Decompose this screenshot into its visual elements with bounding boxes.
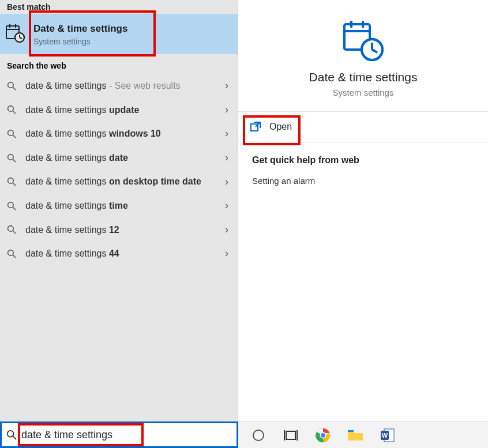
web-result-text: date & time settings time bbox=[25, 199, 217, 212]
search-icon bbox=[6, 81, 17, 91]
web-result-item[interactable]: date & time settings - See web results› bbox=[0, 74, 238, 98]
best-match-title: Date & time settings bbox=[33, 23, 127, 35]
web-result-item[interactable]: date & time settings on desktop time dat… bbox=[0, 170, 238, 194]
best-match-subtitle: System settings bbox=[33, 37, 127, 46]
svg-point-16 bbox=[8, 178, 14, 184]
best-match-header: Best match bbox=[0, 0, 238, 14]
chevron-right-icon: › bbox=[225, 80, 232, 92]
chrome-icon[interactable] bbox=[313, 426, 333, 445]
web-result-text: date & time settings on desktop time dat… bbox=[25, 175, 217, 188]
cortana-icon[interactable] bbox=[249, 426, 268, 445]
date-time-icon bbox=[5, 22, 27, 44]
web-result-item[interactable]: date & time settings windows 10› bbox=[0, 122, 238, 146]
preview-pane: Date & time settings System settings Ope… bbox=[238, 0, 488, 421]
taskbar: W bbox=[238, 421, 488, 448]
svg-line-21 bbox=[13, 231, 16, 234]
web-result-text: date & time settings date bbox=[25, 152, 217, 164]
quick-help-link[interactable]: Setting an alarm bbox=[252, 176, 474, 186]
svg-rect-37 bbox=[286, 431, 295, 439]
web-result-text: date & time settings 12 bbox=[25, 224, 217, 236]
svg-point-34 bbox=[7, 431, 14, 437]
chevron-right-icon: › bbox=[225, 104, 232, 116]
preview-hero: Date & time settings System settings bbox=[238, 0, 488, 111]
best-match-text: Date & time settings System settings bbox=[33, 22, 127, 46]
chevron-right-icon: › bbox=[225, 224, 232, 236]
web-result-text: date & time settings - See web results bbox=[25, 80, 217, 92]
web-result-item[interactable]: date & time settings update› bbox=[0, 98, 238, 122]
search-icon bbox=[6, 201, 17, 210]
svg-point-18 bbox=[8, 202, 14, 208]
web-result-item[interactable]: date & time settings date› bbox=[0, 146, 238, 170]
search-icon bbox=[6, 430, 17, 440]
chevron-right-icon: › bbox=[225, 152, 232, 164]
web-results-list: date & time settings - See web results›d… bbox=[0, 74, 238, 266]
taskbar-row: W bbox=[0, 421, 488, 448]
svg-point-20 bbox=[8, 226, 14, 232]
search-icon bbox=[6, 249, 17, 258]
search-icon bbox=[6, 129, 17, 138]
open-icon bbox=[250, 121, 261, 133]
chevron-right-icon: › bbox=[225, 127, 232, 140]
web-result-item[interactable]: date & time settings 12› bbox=[0, 218, 238, 242]
quick-help-header: Get quick help from web bbox=[252, 155, 474, 165]
search-icon bbox=[6, 177, 17, 186]
open-button[interactable]: Open bbox=[238, 112, 488, 142]
word-icon[interactable]: W bbox=[378, 426, 397, 445]
web-result-item[interactable]: date & time settings 44› bbox=[0, 242, 238, 266]
open-label: Open bbox=[269, 122, 292, 132]
chevron-right-icon: › bbox=[225, 176, 232, 188]
web-result-text: date & time settings 44 bbox=[25, 247, 217, 260]
search-icon bbox=[6, 105, 17, 114]
svg-point-14 bbox=[8, 154, 14, 160]
preview-subtitle: System settings bbox=[333, 88, 394, 97]
file-explorer-icon[interactable] bbox=[346, 426, 365, 445]
svg-line-23 bbox=[13, 255, 16, 258]
search-results-pane: Best match Date & time settings System s… bbox=[0, 0, 238, 421]
search-field[interactable] bbox=[0, 421, 238, 448]
search-icon bbox=[6, 153, 17, 163]
search-icon bbox=[6, 225, 17, 234]
chevron-right-icon: › bbox=[225, 247, 232, 259]
svg-point-12 bbox=[8, 130, 14, 136]
svg-rect-43 bbox=[348, 430, 354, 432]
web-result-text: date & time settings windows 10 bbox=[25, 127, 217, 140]
quick-help-section: Get quick help from web Setting an alarm bbox=[238, 142, 488, 190]
best-match-result[interactable]: Date & time settings System settings bbox=[0, 14, 238, 54]
preview-actions: Open bbox=[238, 111, 488, 142]
svg-line-17 bbox=[13, 183, 16, 186]
svg-text:W: W bbox=[382, 432, 388, 439]
chevron-right-icon: › bbox=[225, 199, 232, 212]
svg-line-13 bbox=[13, 135, 16, 138]
search-web-header: Search the web bbox=[0, 54, 238, 74]
web-result-item[interactable]: date & time settings time› bbox=[0, 194, 238, 218]
svg-line-35 bbox=[13, 436, 16, 439]
date-time-icon bbox=[341, 17, 386, 62]
svg-point-42 bbox=[321, 433, 325, 438]
svg-line-15 bbox=[13, 159, 16, 162]
svg-point-36 bbox=[253, 430, 264, 441]
task-view-icon[interactable] bbox=[281, 426, 301, 445]
preview-title: Date & time settings bbox=[309, 70, 418, 84]
svg-point-8 bbox=[8, 82, 14, 88]
svg-line-11 bbox=[13, 111, 16, 114]
web-result-text: date & time settings update bbox=[25, 104, 217, 116]
svg-line-19 bbox=[13, 207, 16, 210]
svg-point-22 bbox=[8, 250, 14, 256]
svg-point-10 bbox=[8, 106, 14, 112]
search-input[interactable] bbox=[21, 429, 237, 441]
svg-line-9 bbox=[13, 87, 16, 90]
